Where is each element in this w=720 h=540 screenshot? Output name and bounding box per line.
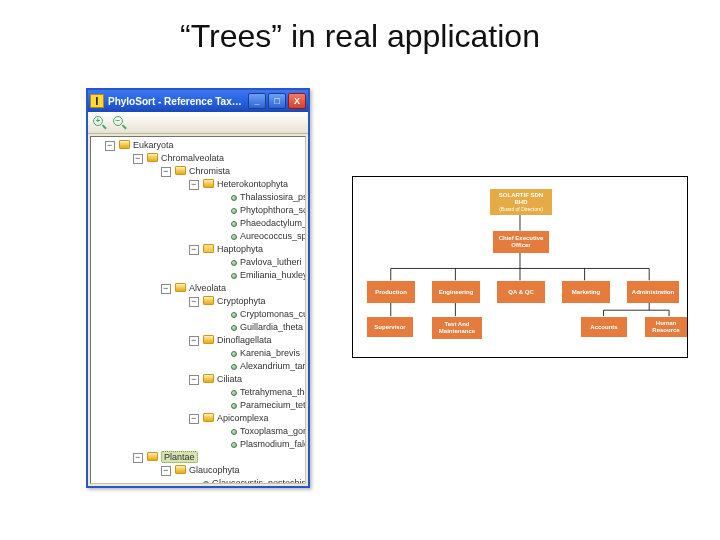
leaf-icon bbox=[203, 481, 209, 484]
org-dept-label: Marketing bbox=[572, 289, 600, 296]
tree-label: Glaucocystis_nostochinearum bbox=[212, 478, 306, 484]
tree-label: Emiliania_huxleyi bbox=[240, 270, 306, 280]
tree-label: Plantae bbox=[161, 451, 198, 463]
tree-leaf[interactable]: Phytophthora_sojae bbox=[217, 204, 305, 217]
tree-folder[interactable]: ChromistaHeterokontophytaThalassiosira_p… bbox=[161, 165, 305, 282]
org-sub-hr: Human Resource bbox=[645, 317, 687, 337]
tree-label: Apicomplexa bbox=[217, 413, 269, 423]
tree-leaf[interactable]: Aureococcus_sp bbox=[217, 230, 305, 243]
tree-leaf[interactable]: Cryptomonas_curvata bbox=[217, 308, 305, 321]
tree-folder[interactable]: HaptophytaPavlova_lutheriEmiliania_huxle… bbox=[189, 243, 305, 282]
close-button[interactable]: X bbox=[288, 93, 306, 109]
leaf-icon bbox=[231, 351, 237, 357]
folder-icon bbox=[175, 283, 186, 292]
org-dept-engineering: Engineering bbox=[432, 281, 480, 303]
org-dept-qaqc: QA & QC bbox=[497, 281, 545, 303]
tree-leaf[interactable]: Glaucocystis_nostochinearum bbox=[189, 477, 305, 484]
leaf-icon bbox=[231, 390, 237, 396]
org-sub-supervisor: Supervisor bbox=[367, 317, 413, 337]
tree-label: Chromista bbox=[189, 166, 230, 176]
tree-leaf[interactable]: Guillardia_theta bbox=[217, 321, 305, 334]
zoom-in-icon[interactable]: + bbox=[92, 115, 108, 131]
tree-label: Tetrahymena_thermophila bbox=[240, 387, 306, 397]
folder-icon bbox=[203, 296, 214, 305]
tree-label: Alexandrium_tamarense bbox=[240, 361, 306, 371]
org-sub-testmaint: Test And Maintenance bbox=[432, 317, 482, 339]
tree-label: Heterokontophyta bbox=[217, 179, 288, 189]
folder-icon bbox=[203, 374, 214, 383]
org-sub-label: Supervisor bbox=[374, 324, 405, 331]
folder-icon bbox=[203, 413, 214, 422]
tree-folder[interactable]: DinoflagellataKarenia_brevisAlexandrium_… bbox=[189, 334, 305, 373]
folder-icon bbox=[147, 153, 158, 162]
org-dept-label: Engineering bbox=[439, 289, 474, 296]
maximize-button[interactable]: □ bbox=[268, 93, 286, 109]
tree-leaf[interactable]: Emiliania_huxleyi bbox=[217, 269, 305, 282]
folder-icon bbox=[203, 179, 214, 188]
tree-label: Chromalveolata bbox=[161, 153, 224, 163]
tree-label: Haptophyta bbox=[217, 244, 263, 254]
tree-leaf[interactable]: Toxoplasma_gondii bbox=[217, 425, 305, 438]
tree-label: Guillardia_theta bbox=[240, 322, 303, 332]
tree-leaf[interactable]: Karenia_brevis bbox=[217, 347, 305, 360]
zoom-out-icon[interactable]: − bbox=[112, 115, 128, 131]
tree-leaf[interactable]: Thalassiosira_pseudonana bbox=[217, 191, 305, 204]
folder-icon bbox=[203, 244, 214, 253]
tree-label: Glaucophyta bbox=[189, 465, 240, 475]
tree-label: Ciliata bbox=[217, 374, 242, 384]
tree-label: Alveolata bbox=[189, 283, 226, 293]
leaf-icon bbox=[231, 429, 237, 435]
tree-folder[interactable]: GlaucophytaGlaucocystis_nostochinearumCy… bbox=[161, 464, 305, 484]
tree-leaf[interactable]: Paramecium_tetraurelia bbox=[217, 399, 305, 412]
tree-folder[interactable]: ChromalveolataChromistaHeterokontophytaT… bbox=[133, 152, 305, 451]
leaf-icon bbox=[231, 208, 237, 214]
leaf-icon bbox=[231, 364, 237, 370]
minimize-button[interactable]: _ bbox=[248, 93, 266, 109]
tree-folder[interactable]: HeterokontophytaThalassiosira_pseudonana… bbox=[189, 178, 305, 243]
org-ceo: Chief Executive Officer bbox=[493, 231, 549, 253]
tree-label: Paramecium_tetraurelia bbox=[240, 400, 306, 410]
tree-leaf[interactable]: Pavlova_lutheri bbox=[217, 256, 305, 269]
org-dept-label: Production bbox=[375, 289, 407, 296]
window-titlebar[interactable]: I PhyloSort - Reference Tax… _ □ X bbox=[88, 90, 308, 112]
leaf-icon bbox=[231, 273, 237, 279]
tree-label: Eukaryota bbox=[133, 140, 174, 150]
tree-folder[interactable]: EukaryotaChromalveolataChromistaHeteroko… bbox=[105, 139, 305, 484]
leaf-icon bbox=[231, 221, 237, 227]
leaf-icon bbox=[231, 260, 237, 266]
tree-folder[interactable]: CryptophytaCryptomonas_curvataGuillardia… bbox=[189, 295, 305, 334]
leaf-icon bbox=[231, 403, 237, 409]
tree-leaf[interactable]: Plasmodium_falciparum bbox=[217, 438, 305, 451]
tree-leaf[interactable]: Tetrahymena_thermophila bbox=[217, 386, 305, 399]
tree-label: Plasmodium_falciparum bbox=[240, 439, 306, 449]
tree-leaf[interactable]: Alexandrium_tamarense bbox=[217, 360, 305, 373]
tree-pane[interactable]: EukaryotaChromalveolataChromistaHeteroko… bbox=[90, 136, 306, 484]
tree-folder[interactable]: ApicomplexaToxoplasma_gondiiPlasmodium_f… bbox=[189, 412, 305, 451]
folder-icon bbox=[175, 166, 186, 175]
org-top-title: SOLARTIF SDN BHD bbox=[492, 192, 550, 206]
leaf-icon bbox=[231, 234, 237, 240]
tree-label: Toxoplasma_gondii bbox=[240, 426, 306, 436]
tree-label: Phytophthora_sojae bbox=[240, 205, 306, 215]
org-dept-production: Production bbox=[367, 281, 415, 303]
tree-label: Thalassiosira_pseudonana bbox=[240, 192, 306, 202]
tree-label: Dinoflagellata bbox=[217, 335, 272, 345]
org-dept-label: Administration bbox=[632, 289, 674, 296]
folder-icon bbox=[175, 465, 186, 474]
leaf-icon bbox=[231, 325, 237, 331]
tree-leaf[interactable]: Phaeodactylum_tricornutum bbox=[217, 217, 305, 230]
tree-folder[interactable]: PlantaeGlaucophytaGlaucocystis_nostochin… bbox=[133, 451, 305, 484]
tree-label: Aureococcus_sp bbox=[240, 231, 306, 241]
tree-folder[interactable]: AlveolataCryptophytaCryptomonas_curvataG… bbox=[161, 282, 305, 451]
tree-label: Phaeodactylum_tricornutum bbox=[240, 218, 306, 228]
tree-label: Karenia_brevis bbox=[240, 348, 300, 358]
leaf-icon bbox=[231, 442, 237, 448]
toolbar: + − bbox=[88, 112, 308, 134]
slide-title: “Trees” in real application bbox=[0, 18, 720, 55]
org-sub-label: Accounts bbox=[590, 324, 617, 331]
tree-label: Cryptophyta bbox=[217, 296, 266, 306]
tree-folder[interactable]: CiliataTetrahymena_thermophilaParamecium… bbox=[189, 373, 305, 412]
tree-label: Pavlova_lutheri bbox=[240, 257, 302, 267]
treeview-window: I PhyloSort - Reference Tax… _ □ X + − E… bbox=[86, 88, 310, 488]
org-dept-label: QA & QC bbox=[508, 289, 533, 296]
